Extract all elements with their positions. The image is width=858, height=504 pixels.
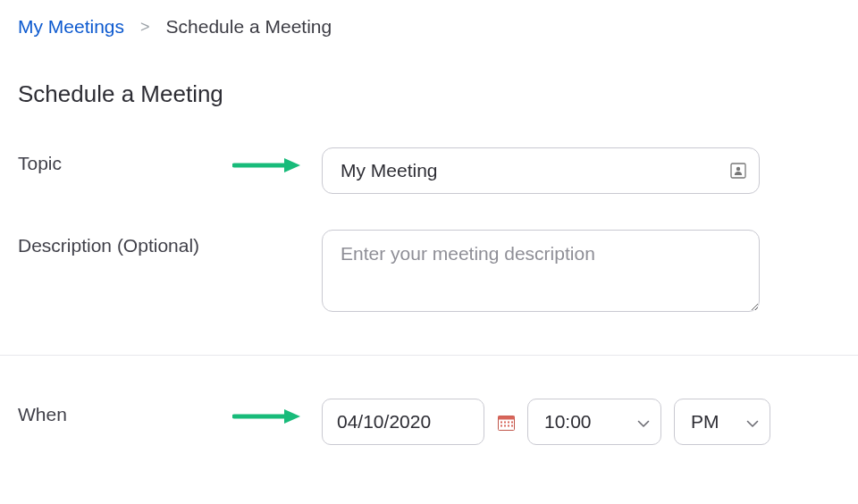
contact-card-icon[interactable] [729,162,747,180]
svg-rect-9 [504,421,506,423]
form-section-basic: Topic Description (Optional) [18,147,840,355]
time-select-value: 10:00 [544,411,592,433]
svg-rect-13 [504,424,506,426]
svg-rect-10 [508,421,509,423]
arrow-right-icon [232,407,302,425]
svg-rect-12 [500,424,502,426]
row-topic: Topic [18,147,840,194]
svg-rect-15 [511,424,513,426]
page-title: Schedule a Meeting [18,80,840,108]
chevron-down-icon [637,411,650,433]
svg-rect-14 [508,424,509,426]
calendar-icon[interactable] [497,413,515,431]
description-textarea[interactable] [322,230,760,312]
topic-input-wrap [322,147,760,194]
svg-rect-11 [511,421,513,423]
topic-input[interactable] [322,147,760,194]
breadcrumb-current: Schedule a Meeting [166,16,332,38]
breadcrumb: My Meetings > Schedule a Meeting [18,16,840,38]
svg-rect-8 [500,421,502,423]
label-topic: Topic [18,147,232,174]
date-input[interactable] [322,399,484,445]
arrow-annotation-when [232,399,322,425]
chevron-down-icon [746,411,759,433]
arrow-right-icon [232,156,302,174]
label-when: When [18,399,232,425]
form-section-when: When [18,399,840,488]
section-divider [0,355,858,356]
label-description: Description (Optional) [18,230,232,256]
breadcrumb-separator: > [140,18,150,37]
arrow-annotation-topic [232,147,322,174]
svg-marker-5 [284,409,300,424]
row-when: When [18,399,840,445]
ampm-select[interactable]: PM [674,399,770,445]
row-description: Description (Optional) [18,230,840,312]
svg-marker-1 [284,158,300,172]
time-select[interactable]: 10:00 [527,399,661,445]
svg-rect-7 [498,416,514,419]
breadcrumb-link-my-meetings[interactable]: My Meetings [18,16,124,38]
ampm-select-value: PM [691,411,719,433]
arrow-spacer-description [232,230,322,239]
svg-point-3 [736,167,740,171]
